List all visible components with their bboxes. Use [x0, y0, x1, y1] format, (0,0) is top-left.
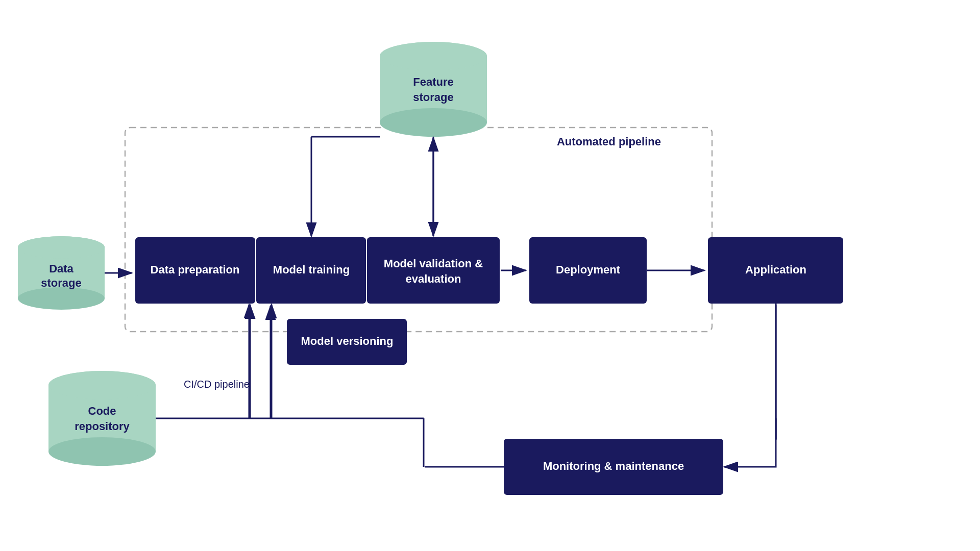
feature-storage-cylinder-bottom	[380, 108, 487, 137]
automated-pipeline-label: Automated pipeline	[557, 135, 661, 148]
monitoring-label: Monitoring & maintenance	[543, 460, 684, 472]
code-repo-label1: Code	[88, 405, 116, 417]
code-repo-label2: repository	[75, 420, 130, 433]
application-label: Application	[745, 263, 806, 276]
model-versioning-label: Model versioning	[301, 335, 394, 347]
data-storage-cylinder-top2	[18, 236, 105, 259]
code-repo-cylinder-bottom	[48, 437, 156, 466]
data-storage-cylinder-bottom	[18, 287, 105, 310]
deployment-label: Deployment	[556, 263, 621, 276]
model-validation-label1: Model validation &	[384, 257, 483, 270]
model-validation-box	[367, 237, 500, 304]
arrow-application-down-to-monitoring	[724, 305, 776, 467]
model-validation-label2: evaluation	[406, 272, 461, 285]
feature-storage-cylinder-top2	[380, 42, 487, 70]
cicd-pipeline-label: CI/CD pipeline	[184, 379, 250, 390]
code-repo-cylinder-top2	[48, 371, 156, 399]
diagram-container: Automated pipeline Data storage Data pre…	[0, 0, 980, 551]
data-storage-label: Data	[49, 262, 74, 275]
data-preparation-label: Data preparation	[151, 263, 240, 276]
feature-storage-label1: Feature	[413, 76, 453, 88]
model-training-label: Model training	[273, 263, 350, 276]
feature-storage-label2: storage	[413, 91, 453, 104]
data-storage-label2: storage	[41, 277, 81, 289]
